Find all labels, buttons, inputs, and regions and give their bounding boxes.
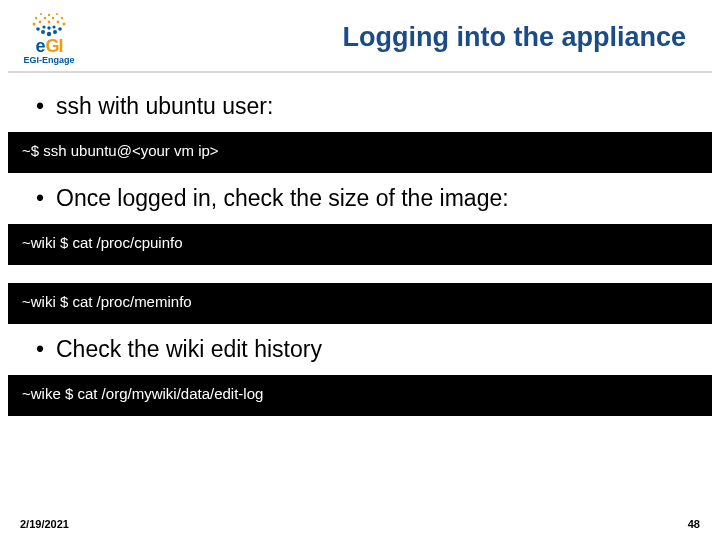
bullet-ssh: ssh with ubuntu user: bbox=[0, 87, 720, 126]
page-title: Logging into the appliance bbox=[76, 22, 692, 53]
svg-point-6 bbox=[52, 25, 55, 28]
logo-letter-e: e bbox=[35, 36, 44, 57]
svg-point-7 bbox=[47, 26, 50, 29]
svg-point-1 bbox=[41, 30, 45, 34]
svg-point-10 bbox=[39, 21, 42, 24]
svg-point-11 bbox=[57, 21, 60, 24]
svg-point-19 bbox=[56, 13, 58, 15]
svg-point-15 bbox=[35, 17, 37, 19]
svg-point-13 bbox=[44, 17, 47, 20]
svg-point-5 bbox=[42, 25, 45, 28]
slide-content: ssh with ubuntu user: ~$ ssh ubuntu@<you… bbox=[0, 73, 720, 416]
terminal-cpuinfo: ~wiki $ cat /proc/cpuinfo bbox=[8, 224, 712, 265]
logo-wordmark: e GI bbox=[35, 36, 62, 57]
svg-point-16 bbox=[61, 17, 63, 19]
bullet-wiki-history: Check the wiki edit history bbox=[0, 330, 720, 369]
svg-point-12 bbox=[48, 21, 51, 24]
terminal-editlog: ~wike $ cat /org/mywiki/data/edit-log bbox=[8, 375, 712, 416]
svg-point-17 bbox=[48, 14, 50, 16]
logo-letters-gi: GI bbox=[46, 36, 63, 57]
brand-logo: e GI EGI-Engage bbox=[22, 10, 76, 65]
svg-point-2 bbox=[53, 30, 57, 34]
svg-point-14 bbox=[52, 17, 55, 20]
svg-point-9 bbox=[63, 23, 66, 26]
slide-header: e GI EGI-Engage Logging into the applian… bbox=[8, 0, 712, 73]
footer-page-number: 48 bbox=[688, 518, 700, 530]
svg-point-8 bbox=[33, 23, 36, 26]
svg-point-4 bbox=[58, 27, 62, 31]
slide-footer: 2/19/2021 48 bbox=[0, 508, 720, 540]
footer-date: 2/19/2021 bbox=[20, 518, 69, 530]
svg-point-3 bbox=[36, 27, 40, 31]
bullet-check-size: Once logged in, check the size of the im… bbox=[0, 179, 720, 218]
logo-dots-icon bbox=[22, 10, 76, 38]
logo-subtitle: EGI-Engage bbox=[23, 55, 74, 65]
terminal-meminfo: ~wiki $ cat /proc/meminfo bbox=[8, 283, 712, 324]
terminal-gap bbox=[0, 271, 720, 277]
svg-point-18 bbox=[40, 13, 42, 15]
terminal-ssh: ~$ ssh ubuntu@<your vm ip> bbox=[8, 132, 712, 173]
